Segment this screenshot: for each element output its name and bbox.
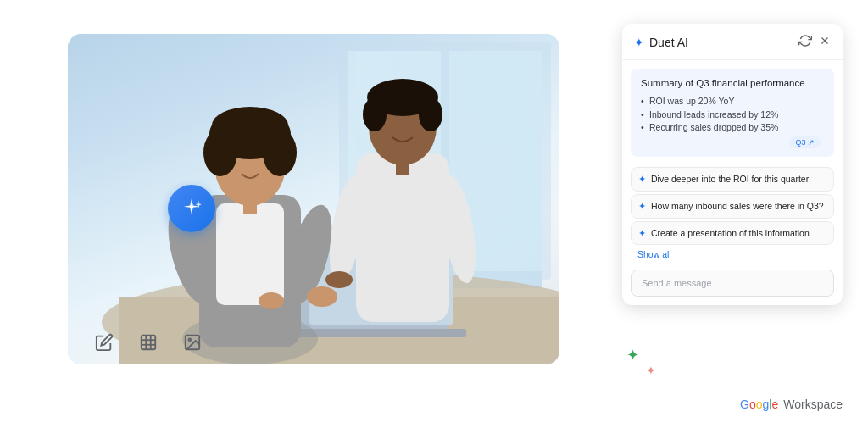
duet-ai-panel: ✦ Duet AI Summary of Q3 financial perfor… xyxy=(622,24,843,305)
suggestion-1[interactable]: ✦ Dive deeper into the ROI for this quar… xyxy=(631,167,834,192)
svg-rect-26 xyxy=(396,161,409,175)
svg-point-29 xyxy=(326,271,353,288)
svg-point-20 xyxy=(259,292,284,309)
suggestion-star-1: ✦ xyxy=(638,174,646,185)
google-logo: Google xyxy=(740,397,778,411)
svg-point-25 xyxy=(419,97,442,131)
ai-panel-header: ✦ Duet AI xyxy=(622,24,843,60)
svg-point-15 xyxy=(212,107,288,144)
bullet-1: ROI was up 20% YoY xyxy=(641,95,824,108)
ai-panel-actions xyxy=(798,34,831,51)
svg-point-24 xyxy=(363,97,387,131)
svg-point-19 xyxy=(307,286,337,307)
office-scene-svg xyxy=(68,34,559,364)
table-icon[interactable] xyxy=(137,331,159,353)
workspace-text: Workspace xyxy=(783,397,843,411)
pink-star-decoration: ✦ xyxy=(646,364,656,377)
suggestion-text-3: Create a presentation of this informatio… xyxy=(651,227,810,240)
summary-footer: Q3 ↗ xyxy=(641,135,824,148)
svg-rect-21 xyxy=(356,153,449,322)
svg-rect-16 xyxy=(243,202,257,214)
duet-ai-button[interactable] xyxy=(168,185,215,232)
toolbar xyxy=(93,331,203,353)
message-input[interactable]: Send a message xyxy=(631,270,834,297)
summary-card: Summary of Q3 financial performance ROI … xyxy=(631,69,834,157)
suggestion-star-3: ✦ xyxy=(638,228,646,239)
ai-panel-title: ✦ Duet AI xyxy=(634,36,688,49)
svg-rect-30 xyxy=(142,336,156,350)
summary-bullets: ROI was up 20% YoY Inbound leads increas… xyxy=(641,95,824,135)
bullet-2: Inbound leads increased by 12% xyxy=(641,108,824,122)
svg-rect-7 xyxy=(297,329,466,337)
suggestion-star-2: ✦ xyxy=(638,201,646,212)
google-workspace-branding: Google Workspace xyxy=(740,397,843,411)
show-all-button[interactable]: Show all xyxy=(631,247,834,264)
edit-icon[interactable] xyxy=(93,331,115,353)
svg-rect-10 xyxy=(216,203,284,305)
bullet-3: Recurring sales dropped by 35% xyxy=(641,121,824,135)
suggestion-text-2: How many inbound sales were there in Q3? xyxy=(651,200,824,213)
teal-star-decoration: ✦ xyxy=(626,346,639,364)
summary-title: Summary of Q3 financial performance xyxy=(641,77,824,90)
summary-tag[interactable]: Q3 ↗ xyxy=(789,136,821,148)
suggestion-text-1: Dive deeper into the ROI for this quarte… xyxy=(651,173,809,186)
suggestion-3[interactable]: ✦ Create a presentation of this informat… xyxy=(631,221,834,246)
ai-star-icon: ✦ xyxy=(634,36,644,49)
suggestions-list: ✦ Dive deeper into the ROI for this quar… xyxy=(622,164,843,270)
ai-title-text: Duet AI xyxy=(649,36,688,49)
suggestion-2[interactable]: ✦ How many inbound sales were there in Q… xyxy=(631,194,834,219)
refresh-button[interactable] xyxy=(798,34,812,51)
close-button[interactable] xyxy=(819,35,831,50)
svg-point-36 xyxy=(188,338,191,341)
image-icon[interactable] xyxy=(181,331,203,353)
office-photo xyxy=(68,34,559,364)
